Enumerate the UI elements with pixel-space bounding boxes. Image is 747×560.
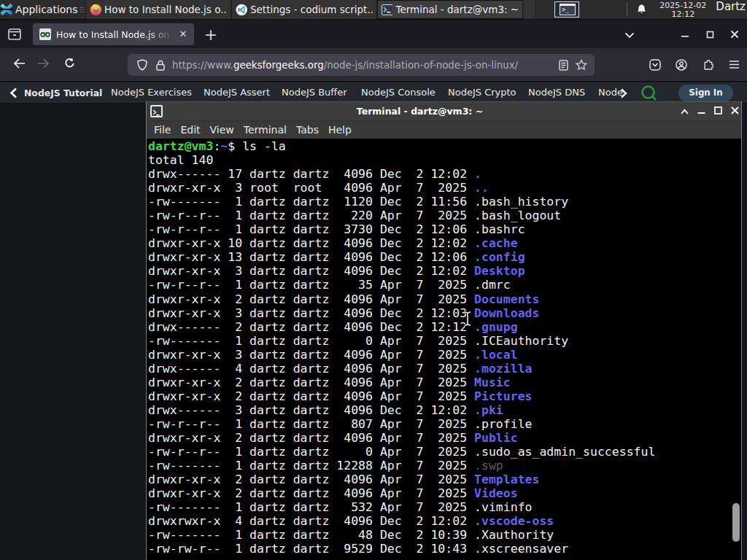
terminal-line: drwxr-xr-x 2 dartz dartz 4096 Apr 7 2025… [148,376,741,389]
terminal-line: drwxr-xr-x 2 dartz dartz 4096 Apr 7 2025… [148,431,741,445]
workspace-switcher[interactable]: >_ [554,1,579,18]
hamburger-menu-icon [729,60,740,69]
subnav-item[interactable]: NodeJS Tutorial [24,88,102,98]
reload-icon [64,58,75,69]
menu-file[interactable]: File [154,124,171,136]
minimize-icon [697,107,705,114]
taskbar-button-terminal[interactable]: Terminal - dartz@vm3: ~ [377,0,523,19]
terminal-scrollbar-thumb[interactable] [732,503,740,542]
clock-time: 12:12 [659,10,707,19]
terminal-title-bar[interactable]: Terminal - dartz@vm3: ~ [147,102,741,120]
back-arrow-icon [13,58,26,69]
app-menu-button[interactable] [721,60,747,69]
terminal-output[interactable]: dartz@vm3:~$ ls -latotal 140drwx------ 1… [147,139,741,560]
reader-mode-icon[interactable] [559,60,568,71]
back-button[interactable] [13,58,26,71]
terminal-line: drwxr-xr-x 13 dartz dartz 4096 Dec 2 12:… [148,250,741,264]
firefox-view-button[interactable] [4,25,26,44]
terminal-scrollbar[interactable] [732,139,740,560]
tracking-shield-icon[interactable] [137,59,147,71]
terminal-line: -rw------- 1 dartz dartz 1120 Dec 2 11:5… [148,195,741,209]
terminal-line: drwxr-xr-x 2 dartz dartz 4096 Apr 7 2025… [148,472,741,486]
menu-view[interactable]: View [210,124,234,136]
subnav-item[interactable]: NodeJS Assert [204,87,270,98]
terminal-line: drwxr-xr-x 3 dartz dartz 4096 Dec 2 12:0… [148,306,741,320]
browser-tab[interactable]: How to Install Node.js on ✕ [33,23,194,45]
url-bar[interactable]: https://www.geeksforgeeks.org/node-js/in… [128,54,595,76]
terminal-line: drwx------ 17 dartz dartz 4096 Dec 2 12:… [148,167,741,181]
terminal-line: drwxr-xr-x 2 dartz dartz 4096 Apr 7 2025… [148,486,741,500]
taskbar-button-codium[interactable]: Settings - codium script... [231,0,377,19]
subnav-right-chevron-icon[interactable] [620,88,627,98]
lock-icon[interactable] [156,60,165,71]
terminal-icon [382,4,393,15]
distro-logo-icon [0,3,13,16]
terminal-line: -rw------- 1 dartz dartz 532 Apr 7 2025 … [148,500,741,514]
firefox-view-icon [8,28,21,40]
terminal-close-button[interactable] [727,106,743,117]
account-icon [676,59,687,71]
taskbar-label-firefox: How to Install Node.js o... [104,4,226,15]
new-tab-button[interactable]: + [201,26,220,44]
terminal-window-icon [150,105,163,117]
nav-right-buttons [642,59,747,71]
sign-in-button[interactable]: Sign In [678,85,733,101]
terminal-lines: dartz@vm3:~$ ls -latotal 140drwx------ 1… [148,139,741,556]
terminal-line: -rw-rw-r-- 1 dartz dartz 9529 Dec 2 10:4… [148,542,741,556]
site-search-icon[interactable] [640,85,657,101]
terminal-line: drwxr-xr-x 3 dartz dartz 4096 Apr 7 2025… [148,348,741,362]
taskbar-label-codium: Settings - codium script... [250,4,373,15]
geeksforgeeks-favicon [39,28,51,40]
terminal-line: drwx------ 2 dartz dartz 4096 Dec 2 12:1… [148,320,741,334]
system-tray: 2025-12-02 12:12 [627,0,707,19]
menu-tabs[interactable]: Tabs [296,124,319,136]
bookmark-star-icon[interactable] [576,59,587,71]
subnav-item[interactable]: NodeJS Crypto [448,87,516,98]
window-controls [617,20,747,48]
user-label[interactable]: Dartz [707,0,747,19]
applications-menu-button[interactable]: Applications [0,0,80,19]
list-all-tabs-button[interactable] [617,28,642,42]
terminal-minimize-button[interactable] [693,106,710,117]
reload-button[interactable] [64,58,75,71]
extensions-button[interactable] [694,59,721,70]
terminal-line: total 140 [148,153,741,167]
menu-terminal[interactable]: Terminal [244,124,287,136]
tab-close-button[interactable]: ✕ [177,28,190,41]
terminal-shade-button[interactable] [676,106,693,117]
pocket-icon [649,59,661,71]
notification-bell-icon[interactable] [636,4,647,15]
clock[interactable]: 2025-12-02 12:12 [659,1,707,19]
terminal-line: drwxr-xr-x 2 dartz dartz 4096 Apr 7 2025… [148,389,741,403]
clock-date: 2025-12-02 [659,1,707,10]
terminal-line: -rw------- 1 dartz dartz 0 Apr 7 2025 .I… [148,334,741,348]
firefox-nav-bar: https://www.geeksforgeeks.org/node-js/in… [0,48,747,82]
subnav-item[interactable]: NodeJS DNS [528,87,585,98]
site-subnav: NodeJS Tutorial NodeJS Exercises NodeJS … [0,82,747,104]
taskbar-button-firefox[interactable]: How to Install Node.js o... [85,0,231,19]
url-text[interactable]: https://www.geeksforgeeks.org/node-js/in… [172,60,559,71]
account-button[interactable] [668,59,694,71]
menu-help[interactable]: Help [328,124,352,136]
pocket-button[interactable] [642,59,668,71]
terminal-line: -rw-r--r-- 1 dartz dartz 3730 Dec 2 12:0… [148,222,741,236]
subnav-item[interactable]: NodeJS Console [361,87,436,98]
terminal-line: drwx------ 3 dartz dartz 4096 Dec 2 12:0… [148,403,741,417]
firefox-tab-bar: How to Install Node.js on ✕ + [0,20,747,48]
subnav-item[interactable]: NodeJS Buffer [282,87,347,98]
panel-handle [80,0,85,19]
window-close-button[interactable] [722,28,747,42]
forward-arrow-icon [37,58,50,69]
forward-button[interactable] [37,58,50,71]
menu-edit[interactable]: Edit [180,124,200,136]
maximize-icon [714,106,722,114]
terminal-maximize-button[interactable] [710,106,727,117]
subnav-left-chevron-icon[interactable] [9,88,18,98]
subnav-item[interactable]: NodeJS Exercises [111,87,192,98]
window-minimize-button[interactable] [673,28,697,42]
terminal-window: Terminal - dartz@vm3: ~ File Edit Vi [146,101,742,560]
window-restore-button[interactable] [697,28,722,42]
terminal-line: drwxrwxr-x 4 dartz dartz 4096 Dec 2 12:0… [148,514,741,528]
tasklist-empty [523,0,536,19]
subnav-item[interactable]: Node [598,87,623,98]
